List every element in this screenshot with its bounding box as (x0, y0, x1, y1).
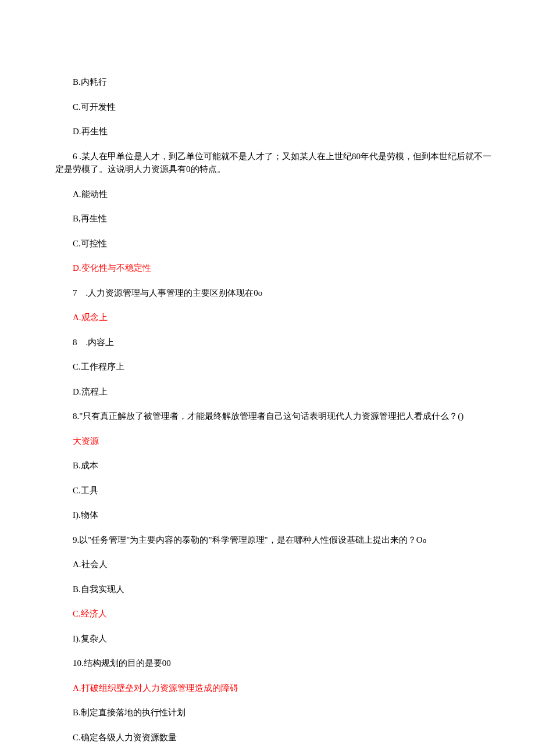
question-6: 6 .某人在甲单位是人才，到乙单位可能就不是人才了；又如某人在上世纪80年代是劳… (55, 150, 494, 176)
option-text-answer: C.经济人 (55, 607, 494, 621)
option-text: C.可开发性 (55, 101, 494, 114)
option-text: C.可控性 (55, 237, 494, 250)
option-text: I).物体 (55, 508, 494, 522)
question-9: 9.以"任务管理"为主要内容的泰勒的"科学管理原理"，是在哪种人性假设基础上提出… (55, 533, 494, 547)
option-text-answer: A.观念上 (55, 311, 494, 324)
option-text: B.内耗行 (55, 76, 494, 89)
question-8: 8."只有真正解放了被管理者，才能最终解放管理者自己这句话表明现代人力资源管理把… (55, 410, 494, 423)
option-text: 8 .内容上 (55, 336, 494, 349)
option-text: D.流程上 (55, 385, 494, 399)
option-text: B,再生性 (55, 212, 494, 225)
option-text: B.成本 (55, 459, 494, 472)
option-text: B.自我实现人 (55, 583, 494, 596)
option-text: A.能动性 (55, 188, 494, 201)
option-text: D.再生性 (55, 125, 494, 138)
option-text: I).复杂人 (55, 632, 494, 646)
option-text: A.社会人 (55, 558, 494, 571)
option-text-answer: D.变化性与不稳定性 (55, 261, 494, 275)
option-text: B.制定直接落地的执行性计划 (55, 706, 494, 719)
option-text-answer: A.打破组织壁垒对人力资源管理造成的障碍 (55, 682, 494, 695)
option-text-answer: 大资源 (55, 435, 494, 448)
option-text: C.工具 (55, 484, 494, 497)
option-text: C.工作程序上 (55, 360, 494, 374)
option-text: C.确定各级人力资资源数量 (55, 731, 494, 744)
question-text: 6 .某人在甲单位是人才，到乙单位可能就不是人才了；又如某人在上世纪80年代是劳… (55, 152, 491, 174)
question-7: 7 .人力资源管理与人事管理的主要区别体现在0o (55, 286, 494, 300)
question-10: 10.结构规划的目的是要00 (55, 657, 494, 670)
